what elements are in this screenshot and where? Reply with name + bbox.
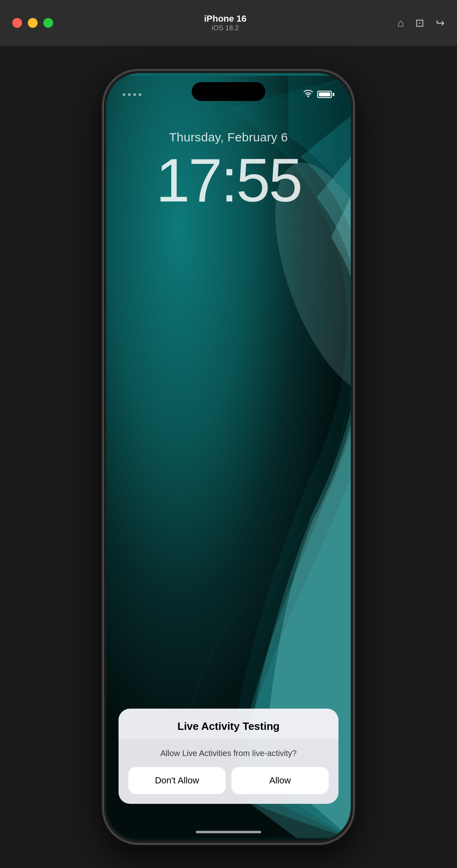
device-info: iPhone 16 iOS 18.2 (53, 13, 397, 32)
signal-dot-1 (123, 93, 125, 96)
titlebar: iPhone 16 iOS 18.2 ⌂ ⊡ ↪ (0, 0, 457, 46)
signal-indicators (123, 93, 141, 96)
phone-wrapper: Thursday, February 6 17:55 Live Activity… (102, 46, 355, 868)
signal-dot-2 (128, 93, 131, 96)
alert-buttons: Don't Allow Allow (128, 767, 329, 794)
signal-dot-3 (133, 93, 136, 96)
volume-up-button[interactable] (102, 225, 102, 262)
dynamic-island (192, 82, 265, 101)
lock-screen-time: 17:55 (106, 147, 351, 214)
wifi-icon (303, 90, 313, 99)
close-button[interactable] (12, 18, 22, 28)
battery-body (317, 91, 332, 98)
volume-down-button[interactable] (102, 270, 102, 307)
titlebar-actions: ⌂ ⊡ ↪ (397, 17, 445, 29)
battery-icon (317, 91, 334, 98)
alert-title: Live Activity Testing (119, 709, 338, 739)
traffic-lights (12, 18, 53, 28)
maximize-button[interactable] (43, 18, 53, 28)
allow-button[interactable]: Allow (231, 767, 329, 794)
alert-body: Allow Live Activities from live-activity… (119, 739, 338, 804)
screenshot-icon[interactable]: ⊡ (415, 17, 424, 29)
phone-screen: Thursday, February 6 17:55 Live Activity… (106, 73, 351, 841)
alert-dialog: Live Activity Testing Allow Live Activit… (119, 709, 338, 804)
device-os: iOS 18.2 (53, 24, 397, 32)
iphone-device: Thursday, February 6 17:55 Live Activity… (102, 69, 355, 845)
home-icon[interactable]: ⌂ (397, 17, 404, 29)
dont-allow-button[interactable]: Don't Allow (128, 767, 226, 794)
device-name: iPhone 16 (53, 13, 397, 24)
power-button[interactable] (355, 225, 355, 278)
alert-message: Allow Live Activities from live-activity… (128, 747, 329, 759)
home-indicator (196, 831, 261, 833)
battery-fill (319, 92, 330, 96)
minimize-button[interactable] (28, 18, 38, 28)
rotate-icon[interactable]: ↪ (436, 17, 445, 29)
battery-tip (333, 93, 334, 96)
lock-screen-date: Thursday, February 6 (106, 130, 351, 144)
signal-dot-4 (139, 93, 141, 96)
status-right-icons (303, 90, 334, 99)
